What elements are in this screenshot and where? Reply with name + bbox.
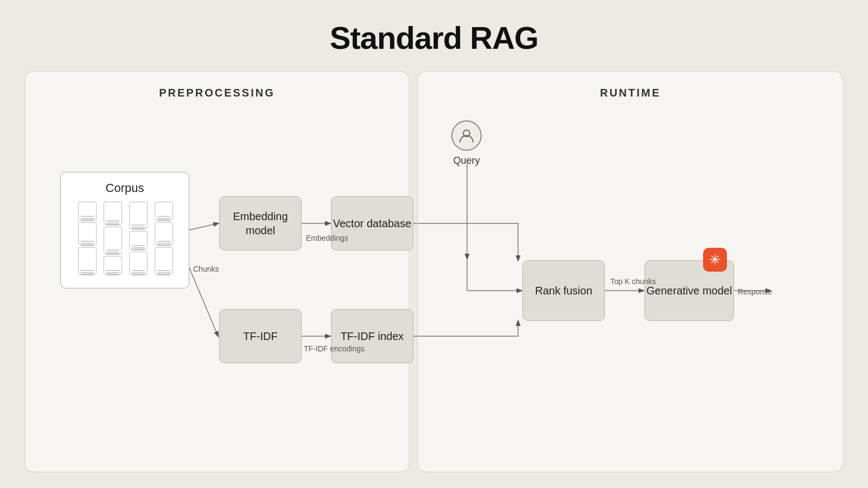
doc-icon (78, 247, 97, 274)
doc-icon (155, 202, 173, 220)
svg-line-0 (189, 223, 218, 230)
page-title: Standard RAG (330, 20, 538, 56)
response-label: Response (738, 287, 772, 297)
doc-icon (104, 227, 122, 254)
doc-icon (78, 222, 97, 245)
doc-icon (129, 252, 148, 274)
query-label: Query (453, 155, 480, 166)
doc-icon (104, 202, 122, 224)
anthropic-star-icon: ✳ (709, 252, 721, 268)
chunks-label: Chunks (193, 264, 219, 274)
doc-icon (129, 231, 148, 249)
doc-icon (104, 256, 122, 274)
document-grid (71, 196, 180, 275)
tfidf-node: TF-IDF (219, 309, 302, 363)
anthropic-badge: ✳ (703, 248, 727, 272)
doc-icon (155, 222, 173, 245)
embeddings-label: Embeddings (306, 233, 348, 243)
doc-icon (78, 202, 97, 220)
main-container: PREPROCESSING Corpus (24, 71, 844, 472)
top-k-chunks-label: Top K chunks (610, 277, 656, 286)
svg-line-1 (189, 268, 218, 336)
preprocessing-label: PREPROCESSING (25, 87, 409, 99)
corpus-label: Corpus (60, 174, 189, 195)
embedding-model-node: Embedding model (219, 196, 302, 251)
runtime-label: RUNTIME (418, 87, 843, 99)
doc-icon (129, 202, 148, 229)
user-avatar (451, 120, 482, 151)
doc-icon (155, 247, 173, 274)
preprocessing-panel: PREPROCESSING Corpus (24, 71, 410, 472)
query-user: Query (451, 120, 482, 166)
tfidf-encodings-label: TF-IDF encodings (304, 344, 365, 354)
rank-fusion-node: Rank fusion (522, 260, 605, 321)
runtime-panel: RUNTIME Query Rank fusion Generative mod… (417, 71, 844, 472)
tfidf-index-node: TF-IDF index (331, 309, 413, 363)
